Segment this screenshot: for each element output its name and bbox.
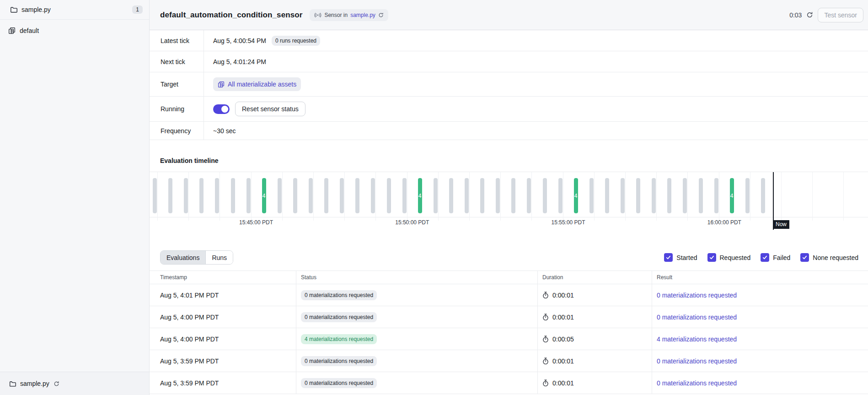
timeline-bar-requested[interactable]: 4 — [262, 178, 266, 213]
detail-label: Running — [150, 97, 204, 121]
timeline-bar[interactable] — [496, 178, 500, 213]
timeline-bar[interactable] — [387, 178, 391, 213]
duration-value: 0:00:01 — [552, 357, 574, 365]
timeline-bar[interactable] — [605, 178, 609, 213]
timeline-bar[interactable] — [761, 178, 765, 213]
checkbox-requested[interactable] — [707, 253, 716, 262]
sidebar-item-sample-py[interactable]: sample.py 1 — [0, 0, 149, 20]
result-link[interactable]: 0 materializations requested — [657, 379, 737, 387]
filter-none-requested[interactable]: None requested — [800, 253, 858, 262]
sidebar-footer-sample-py[interactable]: sample.py — [0, 372, 149, 395]
timeline-bar[interactable] — [636, 178, 640, 213]
checkbox-started[interactable] — [664, 253, 673, 262]
timeline-bar[interactable] — [449, 178, 453, 213]
filter-label: Failed — [773, 254, 790, 261]
evaluations-table: TimestampStatusDurationResult Aug 5, 4:0… — [150, 271, 868, 394]
sidebar-item-default[interactable]: default — [0, 22, 149, 40]
table-row: Aug 5, 4:01 PM PDT0 materializations req… — [150, 284, 868, 306]
timeline-bar[interactable] — [278, 178, 282, 213]
detail-label: Latest tick — [150, 30, 204, 51]
timeline-bar-requested[interactable]: 4 — [730, 178, 734, 213]
result-link[interactable]: 0 materializations requested — [657, 357, 737, 365]
timestamp-cell: Aug 5, 3:59 PM PDT — [150, 372, 296, 394]
status-badge: 0 materializations requested — [301, 312, 377, 322]
timeline-bar[interactable] — [558, 178, 563, 213]
timeline-bar[interactable] — [402, 178, 407, 213]
result-link[interactable]: 0 materializations requested — [657, 314, 737, 321]
running-toggle[interactable] — [213, 104, 230, 114]
timeline-bar[interactable] — [714, 178, 718, 213]
timeline-bar[interactable] — [699, 178, 703, 213]
stopwatch-icon — [542, 335, 549, 343]
checkbox-failed[interactable] — [761, 253, 769, 262]
detail-row-running: Running Reset sensor status — [150, 97, 868, 122]
timestamp-cell: Aug 5, 4:01 PM PDT — [150, 284, 296, 306]
status-cell: 0 materializations requested — [296, 284, 537, 306]
status-filters: StartedRequestedFailedNone requested — [664, 253, 858, 262]
sensor-file-link[interactable]: sample.py — [350, 12, 375, 18]
timeline-bar[interactable] — [652, 178, 656, 213]
timeline-bar[interactable] — [215, 178, 219, 213]
timeline-bar[interactable] — [293, 178, 297, 213]
filter-requested[interactable]: Requested — [707, 253, 751, 262]
timeline-bar[interactable] — [309, 178, 313, 213]
filter-started[interactable]: Started — [664, 253, 697, 262]
timeline-gridline — [344, 172, 345, 221]
timeline-gridline — [188, 172, 189, 221]
timeline-bar-requested[interactable]: 4 — [418, 178, 422, 213]
sensor-type-badge: Sensor in sample.py — [310, 9, 388, 21]
duration-value: 0:00:05 — [552, 335, 574, 343]
timeline-bar[interactable] — [324, 178, 328, 213]
timeline-bar[interactable] — [153, 178, 157, 213]
timeline-bar[interactable] — [184, 178, 188, 213]
timeline-bar[interactable] — [745, 178, 750, 213]
timeline-bar[interactable] — [543, 178, 547, 213]
timeline-bar[interactable] — [340, 178, 344, 213]
timestamp-cell: Aug 5, 4:00 PM PDT — [150, 328, 296, 350]
result-link[interactable]: 0 materializations requested — [657, 292, 737, 299]
filter-failed[interactable]: Failed — [761, 253, 790, 262]
timeline-gridline — [375, 172, 376, 221]
timeline-bar[interactable] — [621, 178, 625, 213]
filter-label: None requested — [813, 254, 858, 261]
timeline-bar[interactable] — [511, 178, 515, 213]
test-sensor-button[interactable]: Test sensor — [818, 8, 863, 22]
timeline-bar[interactable] — [199, 178, 204, 213]
timeline-gridline — [469, 172, 470, 221]
refresh-icon[interactable] — [806, 11, 813, 18]
checkbox-none-requested[interactable] — [800, 253, 809, 262]
col-header-duration: Duration — [537, 271, 652, 284]
header-actions: 0:03 Test sensor — [789, 8, 863, 22]
timeline-bar[interactable] — [371, 178, 375, 213]
assets-grid-icon — [218, 81, 225, 88]
timeline-bar[interactable] — [231, 178, 235, 213]
timeline-bar[interactable] — [246, 178, 251, 213]
timeline-bar[interactable] — [589, 178, 594, 213]
timeline-bar[interactable] — [355, 178, 359, 213]
timeline-bar[interactable] — [667, 178, 671, 213]
refresh-icon[interactable] — [54, 381, 59, 387]
reset-sensor-status-button[interactable]: Reset sensor status — [235, 102, 305, 116]
duration-cell: 0:00:01 — [537, 284, 652, 306]
timeline-bar[interactable] — [480, 178, 484, 213]
tab-evaluations[interactable]: Evaluations — [161, 251, 205, 264]
filter-label: Requested — [720, 254, 751, 261]
tab-runs[interactable]: Runs — [205, 251, 233, 264]
timeline-bar[interactable] — [683, 178, 687, 213]
timeline-bar-requested[interactable]: 4 — [574, 178, 578, 213]
timeline-bar[interactable] — [465, 178, 469, 213]
item-count-badge: 1 — [132, 5, 143, 14]
timeline-bar[interactable] — [434, 178, 438, 213]
now-tooltip: Now — [773, 220, 789, 229]
timeline-gridline — [407, 172, 407, 221]
page-header: default_automation_condition_sensor Sens… — [150, 0, 868, 30]
timeline-bar[interactable] — [168, 178, 172, 213]
result-link[interactable]: 4 materializations requested — [657, 335, 737, 343]
target-assets-chip[interactable]: All materializable assets — [213, 77, 301, 91]
page-title: default_automation_condition_sensor — [160, 11, 302, 20]
table-row: Aug 5, 4:00 PM PDT0 materializations req… — [150, 306, 868, 328]
timeline-bar[interactable] — [527, 178, 531, 213]
filter-label: Started — [676, 254, 697, 261]
badge-refresh-icon[interactable] — [378, 12, 384, 18]
timeline-gridline — [563, 172, 563, 221]
